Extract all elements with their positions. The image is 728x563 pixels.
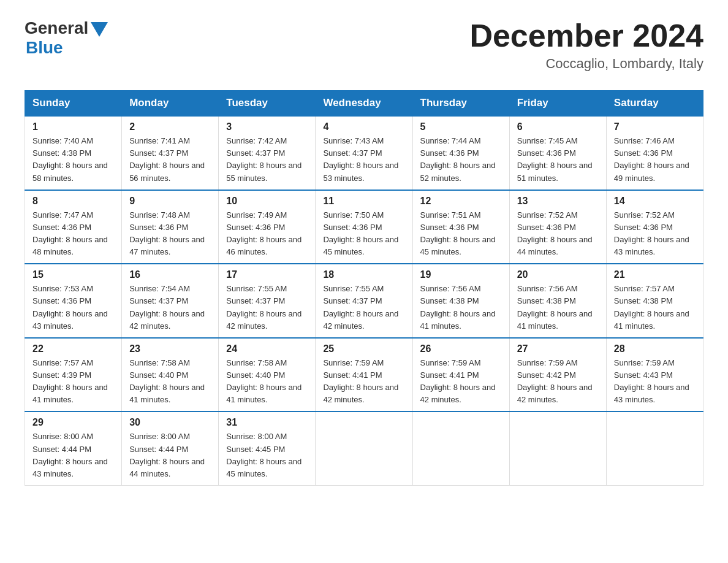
calendar-cell: 19 Sunrise: 7:56 AM Sunset: 4:38 PM Dayl… xyxy=(412,264,509,338)
day-number: 20 xyxy=(517,269,599,280)
calendar-cell: 31 Sunrise: 8:00 AM Sunset: 4:45 PM Dayl… xyxy=(219,412,316,485)
day-info: Sunrise: 7:57 AM Sunset: 4:39 PM Dayligh… xyxy=(32,357,114,407)
month-title: December 2024 xyxy=(469,18,703,53)
logo-general-text: General xyxy=(25,18,88,38)
day-info: Sunrise: 8:00 AM Sunset: 4:44 PM Dayligh… xyxy=(129,431,211,480)
day-number: 27 xyxy=(517,343,599,354)
calendar-cell: 22 Sunrise: 7:57 AM Sunset: 4:39 PM Dayl… xyxy=(25,338,122,412)
day-info: Sunrise: 7:50 AM Sunset: 4:36 PM Dayligh… xyxy=(323,209,404,259)
calendar-cell: 18 Sunrise: 7:55 AM Sunset: 4:37 PM Dayl… xyxy=(316,264,412,338)
day-number: 18 xyxy=(323,269,404,280)
day-info: Sunrise: 7:59 AM Sunset: 4:41 PM Dayligh… xyxy=(323,357,404,407)
day-info: Sunrise: 7:59 AM Sunset: 4:41 PM Dayligh… xyxy=(420,357,502,407)
calendar-cell: 15 Sunrise: 7:53 AM Sunset: 4:36 PM Dayl… xyxy=(25,264,122,338)
calendar-table: SundayMondayTuesdayWednesdayThursdayFrid… xyxy=(25,90,703,486)
calendar-cell: 23 Sunrise: 7:58 AM Sunset: 4:40 PM Dayl… xyxy=(122,338,219,412)
calendar-cell: 24 Sunrise: 7:58 AM Sunset: 4:40 PM Dayl… xyxy=(219,338,316,412)
calendar-week-row: 22 Sunrise: 7:57 AM Sunset: 4:39 PM Dayl… xyxy=(25,338,703,412)
day-number: 10 xyxy=(226,196,308,207)
day-number: 28 xyxy=(614,343,696,354)
day-number: 4 xyxy=(323,121,404,132)
day-number: 14 xyxy=(614,196,696,207)
calendar-cell: 28 Sunrise: 7:59 AM Sunset: 4:43 PM Dayl… xyxy=(606,338,703,412)
day-info: Sunrise: 7:40 AM Sunset: 4:38 PM Dayligh… xyxy=(32,135,114,185)
calendar-cell xyxy=(412,412,509,485)
calendar-cell: 12 Sunrise: 7:51 AM Sunset: 4:36 PM Dayl… xyxy=(412,190,509,264)
calendar-cell: 29 Sunrise: 8:00 AM Sunset: 4:44 PM Dayl… xyxy=(25,412,122,485)
calendar-cell: 16 Sunrise: 7:54 AM Sunset: 4:37 PM Dayl… xyxy=(122,264,219,338)
calendar-header-monday: Monday xyxy=(122,91,219,117)
day-info: Sunrise: 7:56 AM Sunset: 4:38 PM Dayligh… xyxy=(517,283,599,332)
calendar-week-row: 1 Sunrise: 7:40 AM Sunset: 4:38 PM Dayli… xyxy=(25,116,703,190)
calendar-header-wednesday: Wednesday xyxy=(316,91,412,117)
day-number: 31 xyxy=(226,417,308,428)
day-info: Sunrise: 7:47 AM Sunset: 4:36 PM Dayligh… xyxy=(32,209,114,259)
day-info: Sunrise: 7:57 AM Sunset: 4:38 PM Dayligh… xyxy=(614,283,696,332)
calendar-header-row: SundayMondayTuesdayWednesdayThursdayFrid… xyxy=(25,91,703,117)
day-number: 6 xyxy=(517,121,599,132)
day-info: Sunrise: 7:51 AM Sunset: 4:36 PM Dayligh… xyxy=(420,209,502,259)
day-number: 3 xyxy=(226,121,308,132)
day-info: Sunrise: 7:49 AM Sunset: 4:36 PM Dayligh… xyxy=(226,209,308,259)
day-number: 25 xyxy=(323,343,404,354)
calendar-cell: 17 Sunrise: 7:55 AM Sunset: 4:37 PM Dayl… xyxy=(219,264,316,338)
day-number: 23 xyxy=(129,343,211,354)
day-info: Sunrise: 7:41 AM Sunset: 4:37 PM Dayligh… xyxy=(129,135,211,185)
calendar-week-row: 15 Sunrise: 7:53 AM Sunset: 4:36 PM Dayl… xyxy=(25,264,703,338)
calendar-cell: 30 Sunrise: 8:00 AM Sunset: 4:44 PM Dayl… xyxy=(122,412,219,485)
calendar-cell: 9 Sunrise: 7:48 AM Sunset: 4:36 PM Dayli… xyxy=(122,190,219,264)
calendar-week-row: 29 Sunrise: 8:00 AM Sunset: 4:44 PM Dayl… xyxy=(25,412,703,485)
calendar-cell: 11 Sunrise: 7:50 AM Sunset: 4:36 PM Dayl… xyxy=(316,190,412,264)
calendar-cell: 14 Sunrise: 7:52 AM Sunset: 4:36 PM Dayl… xyxy=(606,190,703,264)
day-info: Sunrise: 7:52 AM Sunset: 4:36 PM Dayligh… xyxy=(517,209,599,259)
calendar-cell: 5 Sunrise: 7:44 AM Sunset: 4:36 PM Dayli… xyxy=(412,116,509,190)
location-text: Coccaglio, Lombardy, Italy xyxy=(469,56,703,72)
day-number: 9 xyxy=(129,196,211,207)
day-info: Sunrise: 7:59 AM Sunset: 4:42 PM Dayligh… xyxy=(517,357,599,407)
calendar-week-row: 8 Sunrise: 7:47 AM Sunset: 4:36 PM Dayli… xyxy=(25,190,703,264)
day-info: Sunrise: 7:59 AM Sunset: 4:43 PM Dayligh… xyxy=(614,357,696,407)
day-info: Sunrise: 7:46 AM Sunset: 4:36 PM Dayligh… xyxy=(614,135,696,185)
day-number: 11 xyxy=(323,196,404,207)
day-info: Sunrise: 7:56 AM Sunset: 4:38 PM Dayligh… xyxy=(420,283,502,332)
calendar-cell: 3 Sunrise: 7:42 AM Sunset: 4:37 PM Dayli… xyxy=(219,116,316,190)
calendar-header-tuesday: Tuesday xyxy=(219,91,316,117)
calendar-cell: 2 Sunrise: 7:41 AM Sunset: 4:37 PM Dayli… xyxy=(122,116,219,190)
calendar-header-sunday: Sunday xyxy=(25,91,122,117)
day-info: Sunrise: 7:42 AM Sunset: 4:37 PM Dayligh… xyxy=(226,135,308,185)
day-number: 26 xyxy=(420,343,502,354)
calendar-header-friday: Friday xyxy=(509,91,606,117)
calendar-cell: 4 Sunrise: 7:43 AM Sunset: 4:37 PM Dayli… xyxy=(316,116,412,190)
calendar-cell: 25 Sunrise: 7:59 AM Sunset: 4:41 PM Dayl… xyxy=(316,338,412,412)
calendar-cell: 7 Sunrise: 7:46 AM Sunset: 4:36 PM Dayli… xyxy=(606,116,703,190)
day-info: Sunrise: 7:44 AM Sunset: 4:36 PM Dayligh… xyxy=(420,135,502,185)
day-info: Sunrise: 7:52 AM Sunset: 4:36 PM Dayligh… xyxy=(614,209,696,259)
day-number: 30 xyxy=(129,417,211,428)
title-area: December 2024 Coccaglio, Lombardy, Italy xyxy=(469,18,703,72)
day-info: Sunrise: 7:55 AM Sunset: 4:37 PM Dayligh… xyxy=(323,283,404,332)
calendar-header-thursday: Thursday xyxy=(412,91,509,117)
calendar-cell: 10 Sunrise: 7:49 AM Sunset: 4:36 PM Dayl… xyxy=(219,190,316,264)
day-number: 21 xyxy=(614,269,696,280)
day-number: 7 xyxy=(614,121,696,132)
day-number: 13 xyxy=(517,196,599,207)
day-info: Sunrise: 7:48 AM Sunset: 4:36 PM Dayligh… xyxy=(129,209,211,259)
calendar-cell: 20 Sunrise: 7:56 AM Sunset: 4:38 PM Dayl… xyxy=(509,264,606,338)
day-number: 19 xyxy=(420,269,502,280)
logo: General Blue xyxy=(25,18,108,58)
day-number: 5 xyxy=(420,121,502,132)
logo-triangle-icon xyxy=(91,22,108,37)
day-info: Sunrise: 8:00 AM Sunset: 4:44 PM Dayligh… xyxy=(32,431,114,480)
day-info: Sunrise: 7:43 AM Sunset: 4:37 PM Dayligh… xyxy=(323,135,404,185)
day-number: 1 xyxy=(32,121,114,132)
day-info: Sunrise: 7:53 AM Sunset: 4:36 PM Dayligh… xyxy=(32,283,114,332)
day-info: Sunrise: 7:58 AM Sunset: 4:40 PM Dayligh… xyxy=(129,357,211,407)
day-info: Sunrise: 7:55 AM Sunset: 4:37 PM Dayligh… xyxy=(226,283,308,332)
calendar-cell xyxy=(316,412,412,485)
calendar-cell: 13 Sunrise: 7:52 AM Sunset: 4:36 PM Dayl… xyxy=(509,190,606,264)
day-number: 22 xyxy=(32,343,114,354)
logo-blue-text: Blue xyxy=(26,38,63,58)
calendar-cell: 27 Sunrise: 7:59 AM Sunset: 4:42 PM Dayl… xyxy=(509,338,606,412)
day-number: 15 xyxy=(32,269,114,280)
calendar-cell: 1 Sunrise: 7:40 AM Sunset: 4:38 PM Dayli… xyxy=(25,116,122,190)
